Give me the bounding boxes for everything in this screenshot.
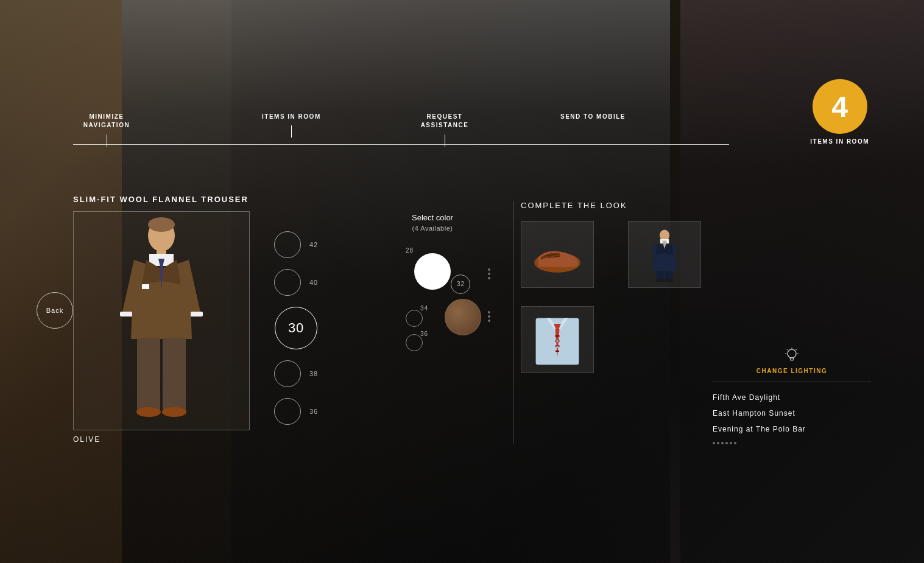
size-option-42[interactable]: 42 [274, 231, 318, 258]
dot5 [488, 315, 490, 318]
nav-item-request-assistance[interactable]: REQUEST ASSISTANCE [414, 113, 475, 147]
color-panel: Select color (4 Available) 28 32 34 36 [372, 213, 493, 354]
svg-rect-9 [120, 312, 132, 316]
back-label: Back [46, 307, 63, 314]
complete-look-title: COMPLETE THE LOOK [521, 201, 728, 210]
size-selector: 42 40 30 38 36 [274, 231, 318, 425]
look-item-shirt-tie[interactable] [521, 306, 594, 373]
look-item-shoes[interactable] [521, 221, 594, 288]
send-to-mobile-nav-label: SEND TO MOBILE [560, 113, 626, 121]
svg-point-7 [136, 407, 161, 417]
svg-point-25 [556, 340, 559, 343]
svg-point-27 [788, 349, 796, 358]
size-circle-36[interactable] [274, 398, 301, 425]
size-label-42: 42 [309, 241, 318, 248]
lighting-option-daylight[interactable]: Fifth Ave Daylight [713, 390, 871, 405]
shirt-tie-image [521, 304, 593, 376]
badge-label: ITEMS IN ROOM [810, 138, 869, 146]
nav-line [73, 144, 729, 145]
shoes-image [530, 227, 585, 282]
dot6 [488, 320, 490, 322]
color-option-white[interactable] [414, 253, 451, 290]
size-option-38[interactable]: 38 [274, 360, 318, 387]
complete-look-panel: COMPLETE THE LOOK [521, 201, 728, 373]
svg-line-31 [787, 349, 788, 351]
product-panel: SLIM-FIT WOOL FLANNEL TROUSER [73, 195, 262, 444]
ldot-2 [717, 442, 719, 444]
color-dots-right [488, 268, 490, 279]
lighting-option-polo[interactable]: Evening at The Polo Bar [713, 421, 871, 437]
minimize-nav-label: MINIMIZE NAVIGATION [73, 113, 140, 130]
back-button[interactable]: Back [37, 292, 73, 329]
suit-model-image [637, 227, 692, 282]
color-panel-title: Select color [372, 213, 493, 222]
lighting-option-sunset[interactable]: East Hampton Sunset [713, 405, 871, 421]
nav-item-items-in-room[interactable]: ITEMS IN ROOM [262, 113, 321, 138]
svg-line-29 [795, 349, 797, 351]
size-label-38: 38 [309, 370, 318, 377]
look-item-suit[interactable] [628, 221, 701, 288]
color-dots-right2 [488, 311, 490, 322]
svg-point-1 [148, 217, 175, 232]
size-label-40: 40 [309, 279, 318, 286]
size-circle-30[interactable]: 30 [275, 307, 317, 349]
lighting-panel: CHANGE LIGHTING Fifth Ave Daylight East … [713, 347, 871, 444]
change-lighting-button[interactable]: CHANGE LIGHTING [713, 347, 871, 374]
light-bulb-icon [783, 347, 800, 364]
ldot-5 [730, 442, 732, 444]
ldot-4 [725, 442, 728, 444]
product-figure [101, 217, 222, 424]
lighting-pagination-dots [713, 442, 871, 444]
items-in-room-nav-label: ITEMS IN ROOM [262, 113, 321, 121]
items-tick [291, 125, 292, 138]
svg-point-14 [660, 230, 669, 241]
color-option-36[interactable] [406, 334, 423, 351]
ldot-3 [721, 442, 724, 444]
size-label-28: 28 [406, 247, 414, 254]
request-assistance-nav-label: REQUEST ASSISTANCE [414, 113, 475, 130]
size-option-36[interactable]: 36 [274, 398, 318, 425]
color-option-34[interactable] [406, 310, 423, 327]
ldot-6 [734, 442, 736, 444]
look-items-bottom-row [521, 306, 728, 373]
size-label-36: 36 [420, 330, 428, 337]
nav-item-send-to-mobile[interactable]: SEND TO MOBILE [560, 113, 626, 125]
svg-point-8 [162, 407, 186, 417]
look-items-grid [521, 221, 728, 288]
color-options-container: 28 32 34 36 [372, 244, 493, 354]
size-circle-42[interactable] [274, 231, 301, 258]
size-option-40[interactable]: 40 [274, 269, 318, 296]
color-option-brown[interactable] [445, 299, 481, 335]
svg-rect-5 [137, 338, 160, 411]
size-label-34: 34 [420, 305, 428, 312]
color-option-32[interactable] [451, 275, 470, 294]
svg-rect-10 [191, 312, 203, 316]
ui-overlay: MINIMIZE NAVIGATION ITEMS IN ROOM REQUES… [0, 0, 924, 563]
svg-rect-6 [163, 338, 186, 411]
size-circle-40[interactable] [274, 269, 301, 296]
size-label-36: 36 [309, 408, 318, 415]
product-color: OLIVE [73, 435, 262, 444]
nav-item-minimize[interactable]: MINIMIZE NAVIGATION [73, 113, 140, 147]
size-option-30[interactable]: 30 [275, 307, 317, 349]
dot3 [488, 277, 490, 279]
svg-point-26 [556, 346, 559, 348]
ldot-1 [713, 442, 715, 444]
lighting-divider [713, 382, 871, 382]
dot2 [488, 273, 490, 275]
size-circle-38[interactable] [274, 360, 301, 387]
product-title: SLIM-FIT WOOL FLANNEL TROUSER [73, 195, 262, 204]
dot4 [488, 311, 490, 313]
svg-rect-4 [142, 284, 149, 289]
dot1 [488, 268, 490, 271]
color-panel-subtitle: (4 Available) [372, 225, 493, 232]
badge-count: 4 [831, 90, 848, 124]
change-lighting-label: CHANGE LIGHTING [756, 368, 827, 374]
items-in-room-badge[interactable]: 4 ITEMS IN ROOM [810, 79, 869, 146]
vertical-divider [513, 201, 513, 444]
assistance-tick [445, 135, 445, 147]
minimize-tick [107, 135, 107, 147]
product-image-frame[interactable] [73, 211, 250, 430]
badge-circle[interactable]: 4 [813, 79, 867, 134]
